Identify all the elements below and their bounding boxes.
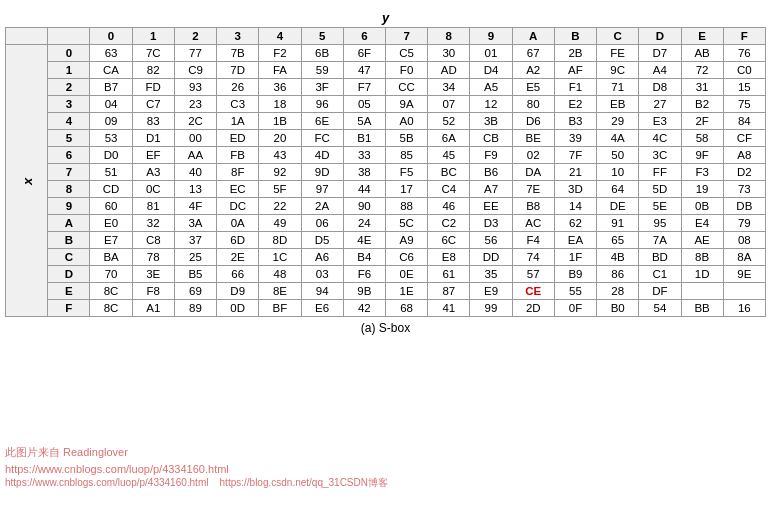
cell: D9 bbox=[217, 283, 259, 300]
cell: 53 bbox=[90, 130, 132, 147]
cell: 5E bbox=[639, 198, 681, 215]
cell: A2 bbox=[512, 62, 554, 79]
cell: 7F bbox=[554, 147, 596, 164]
cell: 01 bbox=[470, 45, 512, 62]
cell: B9 bbox=[554, 266, 596, 283]
cell: DA bbox=[512, 164, 554, 181]
cell: 00 bbox=[174, 130, 216, 147]
cell: E9 bbox=[470, 283, 512, 300]
cell: 91 bbox=[597, 215, 639, 232]
table-row: E8CF869D98E949B1E87E9CE5528DF bbox=[6, 283, 766, 300]
cell: 42 bbox=[343, 300, 385, 317]
row-header: A bbox=[48, 215, 90, 232]
cell: 31 bbox=[681, 79, 723, 96]
cell: 85 bbox=[385, 147, 427, 164]
cell: 0A bbox=[217, 215, 259, 232]
cell: 47 bbox=[343, 62, 385, 79]
cell: 24 bbox=[343, 215, 385, 232]
row-header: 5 bbox=[48, 130, 90, 147]
cell: B2 bbox=[681, 96, 723, 113]
cell: 3C bbox=[639, 147, 681, 164]
cell: 41 bbox=[428, 300, 470, 317]
cell: B3 bbox=[554, 113, 596, 130]
cell: 1D bbox=[681, 266, 723, 283]
cell: 0B bbox=[681, 198, 723, 215]
cell: 9D bbox=[301, 164, 343, 181]
cell: D3 bbox=[470, 215, 512, 232]
row-header: 2 bbox=[48, 79, 90, 96]
cell: DF bbox=[639, 283, 681, 300]
cell: 02 bbox=[512, 147, 554, 164]
cell: 4B bbox=[597, 249, 639, 266]
cell: 68 bbox=[385, 300, 427, 317]
cell: C0 bbox=[723, 62, 765, 79]
cell: 6D bbox=[217, 232, 259, 249]
cell: 80 bbox=[512, 96, 554, 113]
cell: 3E bbox=[132, 266, 174, 283]
cell: 93 bbox=[174, 79, 216, 96]
cell: E5 bbox=[512, 79, 554, 96]
col-h-D: D bbox=[639, 28, 681, 45]
cell: EE bbox=[470, 198, 512, 215]
cell: F3 bbox=[681, 164, 723, 181]
cell: 2C bbox=[174, 113, 216, 130]
cell: FC bbox=[301, 130, 343, 147]
cell: 54 bbox=[639, 300, 681, 317]
cell: DD bbox=[470, 249, 512, 266]
cell: 82 bbox=[132, 62, 174, 79]
cell: 2E bbox=[217, 249, 259, 266]
table-row: 1CA82C97DFA5947F0ADD4A2AF9CA472C0 bbox=[6, 62, 766, 79]
row-header: 9 bbox=[48, 198, 90, 215]
cell: 8A bbox=[723, 249, 765, 266]
cell: 4A bbox=[597, 130, 639, 147]
cell: A0 bbox=[385, 113, 427, 130]
cell: C2 bbox=[428, 215, 470, 232]
cell: 12 bbox=[470, 96, 512, 113]
cell: 4F bbox=[174, 198, 216, 215]
cell: 22 bbox=[259, 198, 301, 215]
col-h-4: 4 bbox=[259, 28, 301, 45]
cell: D4 bbox=[470, 62, 512, 79]
cell: 63 bbox=[90, 45, 132, 62]
table-row: 8CD0C13EC5F974417C4A77E3D645D1973 bbox=[6, 181, 766, 198]
cell: 90 bbox=[343, 198, 385, 215]
cell: E2 bbox=[554, 96, 596, 113]
cell: 51 bbox=[90, 164, 132, 181]
cell: B5 bbox=[174, 266, 216, 283]
cell: 18 bbox=[259, 96, 301, 113]
col-h-9: 9 bbox=[470, 28, 512, 45]
watermark-1: 此图片来自 Readinglover bbox=[5, 445, 128, 460]
cell bbox=[681, 283, 723, 300]
table-row: 304C723C31896059A071280E2EB27B275 bbox=[6, 96, 766, 113]
cell: D0 bbox=[90, 147, 132, 164]
cell: 3F bbox=[301, 79, 343, 96]
cell: D6 bbox=[512, 113, 554, 130]
cell: 6F bbox=[343, 45, 385, 62]
cell: DB bbox=[723, 198, 765, 215]
col-h-5: 5 bbox=[301, 28, 343, 45]
cell: FB bbox=[217, 147, 259, 164]
cell: BD bbox=[639, 249, 681, 266]
cell: B1 bbox=[343, 130, 385, 147]
cell: 16 bbox=[723, 300, 765, 317]
cell: 78 bbox=[132, 249, 174, 266]
cell: 23 bbox=[174, 96, 216, 113]
cell: 40 bbox=[174, 164, 216, 181]
cell: 5B bbox=[385, 130, 427, 147]
cell: 5F bbox=[259, 181, 301, 198]
cell: 1F bbox=[554, 249, 596, 266]
cell: 6C bbox=[428, 232, 470, 249]
cell: F8 bbox=[132, 283, 174, 300]
cell: 64 bbox=[597, 181, 639, 198]
row-header: 8 bbox=[48, 181, 90, 198]
cell: 66 bbox=[217, 266, 259, 283]
cell: 6E bbox=[301, 113, 343, 130]
cell: 75 bbox=[723, 96, 765, 113]
cell: 7E bbox=[512, 181, 554, 198]
cell: 5C bbox=[385, 215, 427, 232]
cell: 4D bbox=[301, 147, 343, 164]
cell: A6 bbox=[301, 249, 343, 266]
cell: 94 bbox=[301, 283, 343, 300]
cell: 96 bbox=[301, 96, 343, 113]
cell: 7C bbox=[132, 45, 174, 62]
